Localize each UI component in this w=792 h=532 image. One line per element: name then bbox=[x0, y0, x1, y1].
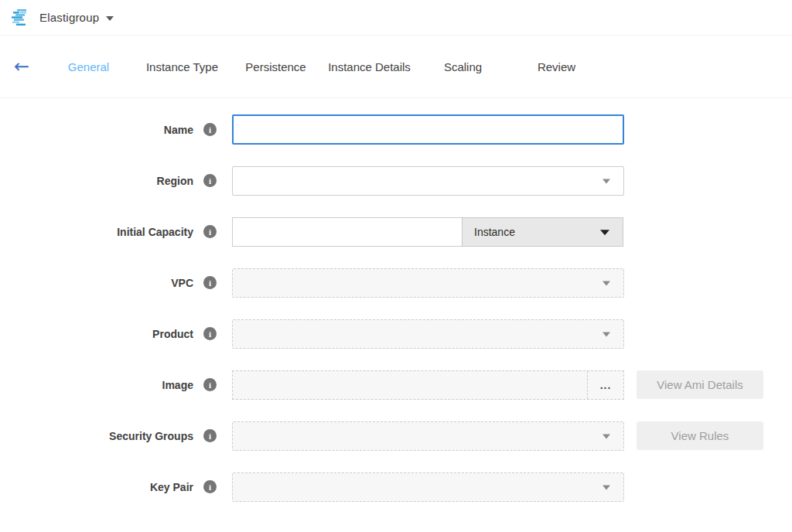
app-switcher-dropdown[interactable]: Elastigroup bbox=[39, 11, 114, 24]
form-row-key-pair: Key Pair i bbox=[0, 472, 792, 502]
form-row-region: Region i bbox=[0, 165, 792, 196]
chevron-down-icon bbox=[603, 332, 610, 336]
region-select[interactable] bbox=[232, 166, 624, 196]
tab-instance-type[interactable]: Instance Type bbox=[135, 60, 229, 73]
wizard-tab-bar: ← General Instance Type Persistence Inst… bbox=[0, 36, 792, 98]
tab-instance-details[interactable]: Instance Details bbox=[323, 60, 416, 73]
tab-general[interactable]: General bbox=[42, 60, 135, 73]
chevron-down-icon bbox=[603, 485, 610, 489]
initial-capacity-input[interactable] bbox=[232, 217, 463, 247]
chevron-down-icon bbox=[600, 230, 609, 235]
form-row-image: Image i ... View Ami Details bbox=[0, 370, 792, 400]
key-pair-label: Key Pair bbox=[150, 481, 193, 493]
image-label: Image bbox=[162, 379, 193, 391]
chevron-down-icon bbox=[106, 16, 114, 21]
info-icon[interactable]: i bbox=[203, 225, 217, 238]
chevron-down-icon bbox=[603, 434, 610, 438]
browse-ellipsis-button[interactable]: ... bbox=[588, 371, 623, 399]
form-row-product: Product i bbox=[0, 319, 792, 349]
general-settings-form: Name i Region i Initial Capacity i bbox=[0, 98, 792, 502]
chevron-down-icon bbox=[603, 179, 610, 183]
vpc-label: VPC bbox=[171, 277, 193, 289]
form-row-name: Name i bbox=[0, 114, 792, 145]
info-icon[interactable]: i bbox=[203, 174, 217, 187]
product-select[interactable] bbox=[232, 319, 624, 349]
initial-capacity-label: Initial Capacity bbox=[117, 226, 193, 238]
info-icon[interactable]: i bbox=[203, 378, 217, 391]
wizard-tabs: General Instance Type Persistence Instan… bbox=[42, 60, 603, 73]
form-row-security-groups: Security Groups i View Rules bbox=[0, 421, 792, 451]
product-label: Product bbox=[152, 328, 193, 340]
image-input[interactable]: ... bbox=[232, 370, 624, 400]
tab-persistence[interactable]: Persistence bbox=[229, 60, 323, 73]
form-row-vpc: VPC i bbox=[0, 268, 792, 298]
form-row-initial-capacity: Initial Capacity i Instance bbox=[0, 217, 792, 247]
capacity-unit-value: Instance bbox=[474, 226, 515, 238]
image-value-area bbox=[233, 371, 588, 399]
name-label: Name bbox=[164, 124, 193, 136]
info-icon[interactable]: i bbox=[203, 327, 217, 340]
back-button[interactable]: ← bbox=[14, 57, 29, 76]
info-icon[interactable]: i bbox=[203, 429, 217, 442]
capacity-unit-select[interactable]: Instance bbox=[462, 217, 623, 247]
tab-scaling[interactable]: Scaling bbox=[416, 60, 510, 73]
info-icon[interactable]: i bbox=[203, 276, 217, 289]
tab-review[interactable]: Review bbox=[510, 60, 603, 73]
info-icon[interactable]: i bbox=[203, 480, 217, 493]
security-groups-select[interactable] bbox=[232, 421, 624, 451]
view-ami-details-button[interactable]: View Ami Details bbox=[637, 370, 763, 399]
security-groups-label: Security Groups bbox=[109, 430, 193, 442]
key-pair-select[interactable] bbox=[232, 472, 624, 502]
view-rules-button[interactable]: View Rules bbox=[637, 421, 763, 450]
top-bar: Elastigroup bbox=[0, 0, 792, 36]
info-icon[interactable]: i bbox=[203, 123, 217, 136]
chevron-down-icon bbox=[603, 281, 610, 285]
name-input[interactable] bbox=[232, 114, 624, 145]
vpc-select[interactable] bbox=[232, 268, 624, 298]
app-title: Elastigroup bbox=[39, 11, 99, 24]
elastigroup-logo-icon bbox=[11, 9, 31, 26]
region-label: Region bbox=[157, 175, 193, 187]
